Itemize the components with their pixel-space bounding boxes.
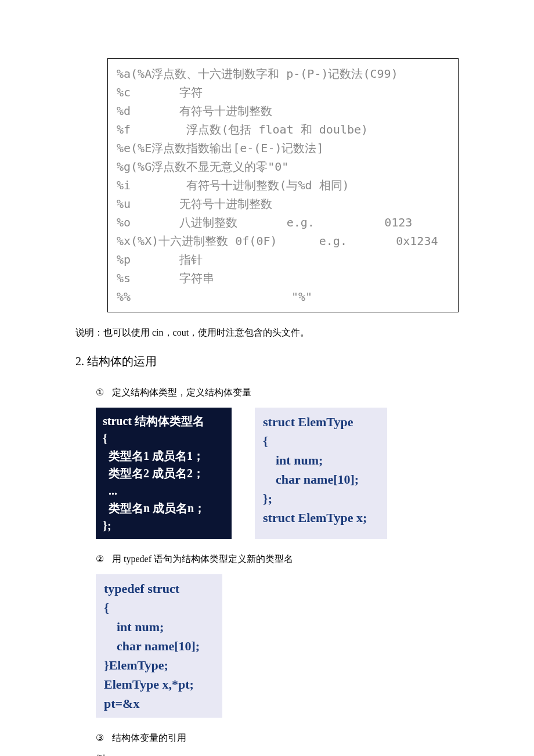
format-row: %d 有符号十进制整数 bbox=[117, 102, 449, 120]
list-item-1: ① 定义结构体类型，定义结构体变量 bbox=[96, 387, 459, 399]
format-row: %a(%A浮点数、十六进制数字和 p-(P-)记数法(C99) bbox=[117, 64, 449, 83]
format-row: %% "%" bbox=[117, 287, 449, 306]
code-block-struct-example: struct ElemType { int num; char name[10]… bbox=[255, 408, 387, 539]
list-item-3: ③ 结构体变量的引用 bbox=[96, 732, 459, 744]
format-row: %g(%G浮点数不显无意义的零"0" bbox=[117, 157, 449, 176]
section-heading: 2. 结构体的运用 bbox=[75, 354, 459, 369]
example-text: 例 x.num；pt->num bbox=[96, 753, 459, 756]
list-item-text: 结构体变量的引用 bbox=[112, 733, 186, 743]
code-block-typedef-example: typedef struct { int num; char name[10];… bbox=[96, 574, 222, 718]
list-item-text: 用 typedef 语句为结构体类型定义新的类型名 bbox=[112, 554, 293, 564]
code-block-struct-template: struct 结构体类型名 { 类型名1 成员名1； 类型名2 成员名2； ..… bbox=[96, 408, 232, 539]
circled-number-icon: ③ bbox=[96, 732, 104, 743]
format-row: %o 八进制整数 e.g. 0123 bbox=[117, 213, 449, 232]
format-row: %u 无符号十进制整数 bbox=[117, 195, 449, 213]
code-example-row: struct 结构体类型名 { 类型名1 成员名1； 类型名2 成员名2； ..… bbox=[96, 408, 459, 539]
document-page: %a(%A浮点数、十六进制数字和 p-(P-)记数法(C99) %c 字符 %d… bbox=[0, 0, 534, 756]
circled-number-icon: ② bbox=[96, 553, 104, 564]
format-row: %p 指针 bbox=[117, 250, 449, 269]
format-row: %e(%E浮点数指数输出[e-(E-)记数法] bbox=[117, 139, 449, 157]
format-row: %f 浮点数(包括 float 和 doulbe) bbox=[117, 120, 449, 139]
circled-number-icon: ① bbox=[96, 387, 104, 398]
format-specifier-table: %a(%A浮点数、十六进制数字和 p-(P-)记数法(C99) %c 字符 %d… bbox=[107, 58, 459, 312]
format-row: %s 字符串 bbox=[117, 269, 449, 287]
list-item-2: ② 用 typedef 语句为结构体类型定义新的类型名 bbox=[96, 553, 459, 566]
format-row: %c 字符 bbox=[117, 83, 449, 102]
note-text: 说明：也可以使用 cin，cout，使用时注意包含的头文件。 bbox=[75, 327, 459, 339]
format-row: %x(%X)十六进制整数 0f(0F) e.g. 0x1234 bbox=[117, 232, 449, 250]
list-item-text: 定义结构体类型，定义结构体变量 bbox=[112, 387, 251, 397]
format-row: %i 有符号十进制整数(与%d 相同) bbox=[117, 176, 449, 195]
